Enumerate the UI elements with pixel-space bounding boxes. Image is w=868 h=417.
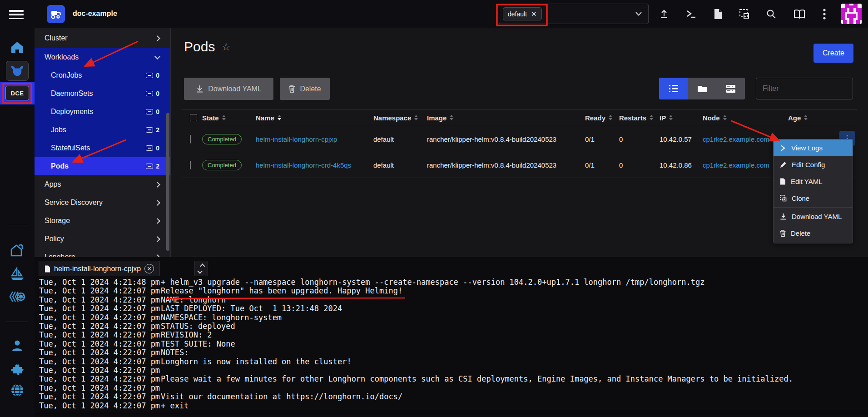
column-header-ip[interactable]: IP	[660, 114, 703, 122]
sidebar-item-label: Apps	[45, 180, 61, 189]
sidebar-group-item[interactable]: Storage	[35, 212, 170, 230]
menu-item-download-yaml[interactable]: Download YAML	[774, 208, 853, 225]
sidebar-group-item[interactable]: Policy	[35, 230, 170, 248]
close-log-tab-icon[interactable]: ✕	[144, 264, 154, 273]
table-row[interactable]: Completed helm-install-longhorn-cpjxp de…	[182, 126, 857, 152]
create-button[interactable]: Create	[813, 44, 853, 63]
restarts-cell: 0	[619, 161, 660, 169]
panel-resize-control[interactable]	[194, 261, 208, 276]
namespace-filter-select[interactable]: default ✕	[499, 4, 649, 24]
group-view-toggle[interactable]	[688, 78, 716, 99]
sidebar-subitem[interactable]: StatefulSets 0	[35, 139, 170, 157]
log-message: STATUS: deployed	[161, 322, 235, 331]
pod-name-link[interactable]: helm-install-longhorn-cpjxp	[256, 135, 337, 143]
chevron-right-icon	[154, 35, 160, 41]
sailboat-icon[interactable]	[0, 267, 35, 281]
table-row[interactable]: Completed helm-install-longhorn-crd-4k5q…	[182, 152, 857, 178]
harvester-barn-icon[interactable]	[0, 243, 35, 257]
log-message: NAMESPACE: longhorn-system	[161, 313, 282, 322]
chevron-up-icon	[200, 263, 205, 268]
sidebar-group-item[interactable]: Longhorn	[35, 248, 170, 257]
menu-item-delete[interactable]: Delete	[774, 225, 853, 242]
log-timestamp: Tue, Oct 1 2024 4:22:07 pm	[39, 384, 161, 392]
log-timestamp: Tue, Oct 1 2024 4:22:07 pm	[39, 340, 161, 348]
globe-icon[interactable]	[0, 383, 35, 397]
filter-input[interactable]	[756, 78, 853, 99]
select-all-checkbox[interactable]	[190, 114, 197, 121]
menu-item-edit-config[interactable]: Edit Config	[774, 156, 853, 173]
delete-button[interactable]: Delete	[280, 78, 330, 100]
column-header-node[interactable]: Node	[703, 114, 788, 122]
namespace-chip[interactable]: default ✕	[503, 7, 542, 20]
cluster-bull-icon[interactable]	[6, 61, 29, 81]
ready-cell: 0/1	[585, 161, 619, 169]
log-line: Tue, Oct 1 2024 4:22:07 pm	[39, 366, 863, 375]
menu-item-view-logs[interactable]: View Logs	[774, 139, 853, 156]
log-output[interactable]: Tue, Oct 1 2024 4:21:48 pm + helm_v3 upg…	[39, 278, 863, 410]
kubectl-shell-icon[interactable]	[683, 6, 699, 22]
pods-table: State Name Namespace Image Ready Restart…	[182, 109, 857, 178]
namespace-cell: default	[373, 161, 427, 169]
sidebar-item-workloads[interactable]: Workloads	[35, 48, 170, 66]
log-timestamp: Tue, Oct 1 2024 4:22:07 pm	[39, 375, 161, 383]
log-tab[interactable]: helm-install-longhorn-cpjxp ✕	[39, 261, 160, 276]
sidebar-subitem[interactable]: Pods 2	[35, 157, 170, 175]
column-header-name[interactable]: Name	[256, 114, 373, 122]
user-avatar[interactable]	[841, 4, 862, 24]
log-timestamp: Tue, Oct 1 2024 4:22:07 pm	[39, 366, 161, 375]
pod-name-link[interactable]: helm-install-longhorn-crd-4k5qs	[256, 161, 351, 169]
download-icon	[780, 213, 787, 220]
sidebar-item-cluster[interactable]: Cluster	[35, 28, 170, 48]
row-checkbox[interactable]	[190, 135, 191, 144]
sidebar-subitem[interactable]: Deployments 0	[35, 103, 170, 121]
import-yaml-icon[interactable]	[736, 6, 753, 22]
sidebar-subitem[interactable]: CronJobs 0	[35, 66, 170, 84]
log-line: Tue, Oct 1 2024 4:22:07 pm LAST DEPLOYED…	[39, 304, 863, 313]
sidebar-group-item[interactable]: Service Discovery	[35, 194, 170, 212]
resource-count: 0	[156, 90, 159, 97]
file-icon	[780, 178, 786, 185]
kebab-menu-icon[interactable]	[816, 6, 833, 22]
menu-item-clone[interactable]: Clone	[774, 190, 853, 207]
ip-cell: 10.42.0.86	[660, 161, 703, 169]
sidebar-item-label: Workloads	[45, 53, 79, 61]
sidebar-subitem[interactable]: DaemonSets 0	[35, 84, 170, 103]
column-header-image[interactable]: Image	[427, 114, 585, 122]
search-icon[interactable]	[763, 6, 779, 22]
user-icon[interactable]	[0, 339, 35, 352]
column-header-state[interactable]: State	[202, 114, 256, 122]
row-checkbox[interactable]	[190, 161, 191, 169]
chevron-down-icon[interactable]	[635, 12, 642, 16]
column-header-namespace[interactable]: Namespace	[373, 114, 427, 122]
favorite-star-icon[interactable]: ☆	[221, 41, 231, 53]
log-line: Tue, Oct 1 2024 4:22:07 pm Please wait a…	[39, 375, 863, 383]
sidebar-subitem[interactable]: Jobs 2	[35, 121, 170, 139]
node-link[interactable]: cp1rke2.example.com	[703, 135, 769, 143]
cluster-badge-dce[interactable]: DCE	[5, 86, 29, 100]
extensions-puzzle-icon[interactable]	[0, 362, 35, 376]
home-icon[interactable]	[0, 41, 35, 54]
sidebar-scrollbar[interactable]	[166, 113, 169, 251]
column-header-age[interactable]: Age	[788, 114, 857, 122]
remove-namespace-icon[interactable]: ✕	[531, 10, 537, 17]
log-message: + helm_v3 upgrade --namespace longhorn-s…	[161, 278, 704, 287]
sidebar-item-label: Cluster	[45, 34, 68, 42]
log-message: REVISION: 2	[161, 331, 212, 339]
loader-truck-icon	[50, 8, 62, 20]
grid-view-toggle[interactable]	[716, 78, 745, 99]
node-link[interactable]: cp1rke2.example.com	[703, 161, 769, 169]
hamburger-menu-icon[interactable]	[9, 10, 24, 19]
file-icon[interactable]	[710, 6, 726, 22]
fleet-icon[interactable]	[0, 291, 35, 303]
rancher-app-logo[interactable]	[47, 5, 65, 23]
list-view-toggle[interactable]	[659, 78, 688, 99]
column-header-restarts[interactable]: Restarts	[619, 114, 660, 122]
menu-item-edit-yaml[interactable]: Edit YAML	[774, 173, 853, 190]
sidebar-group-item[interactable]: Apps	[35, 175, 170, 194]
log-message: TEST SUITE: None	[161, 340, 235, 348]
resource-count-icon	[146, 91, 153, 96]
column-header-ready[interactable]: Ready	[585, 114, 619, 122]
docs-book-icon[interactable]	[791, 6, 808, 22]
upload-icon[interactable]	[656, 6, 672, 22]
download-yaml-button[interactable]: Download YAML	[184, 78, 273, 100]
